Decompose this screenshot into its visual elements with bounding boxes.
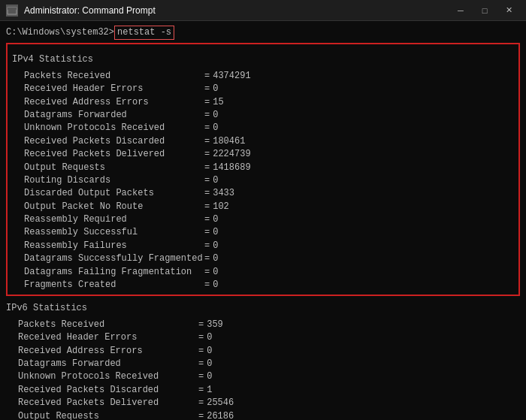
terminal-area[interactable]: C:\Windows\system32> netstat -s IPv4 Sta… — [0, 21, 526, 420]
ipv6-header: IPv6 Statistics — [6, 302, 520, 315]
table-row: Received Address Errors= 0 — [6, 345, 520, 358]
table-row: Received Address Errors= 15 — [12, 96, 514, 109]
table-row: Unknown Protocols Received= 0 — [12, 122, 514, 134]
stat-label: Routing Discards — [24, 174, 204, 187]
stat-label: Received Packets Delivered — [18, 397, 198, 409]
ipv4-section: IPv4 Statistics Packets Received= 437429… — [6, 43, 520, 296]
stat-label: Output Packet No Route — [24, 201, 204, 213]
table-row: Received Header Errors= 0 — [12, 83, 514, 95]
table-row: Reassembly Failures= 0 — [12, 240, 514, 252]
stat-label: Datagrams Failing Fragmentation — [24, 266, 204, 279]
stat-label: Received Address Errors — [24, 96, 204, 109]
stat-label: Discarded Output Packets — [24, 187, 204, 200]
command-input: netstat -s — [114, 26, 174, 40]
stat-label: Received Header Errors — [24, 83, 204, 95]
ipv6-section: IPv6 Statistics Packets Received= 359Rec… — [6, 302, 520, 420]
stat-label: Received Packets Discarded — [18, 384, 198, 397]
stat-label: Datagrams Forwarded — [24, 109, 204, 122]
window-controls: ─ □ ✕ — [449, 3, 520, 18]
table-row: Output Packet No Route= 102 — [12, 201, 514, 213]
stat-label: Output Requests — [24, 162, 204, 174]
table-row: Received Packets Delivered= 2224739 — [12, 148, 514, 161]
stat-label: Received Packets Discarded — [24, 135, 204, 148]
table-row: Received Packets Delivered= 25546 — [6, 397, 520, 409]
ipv4-header: IPv4 Statistics — [12, 53, 514, 66]
table-row: Output Requests= 26186 — [6, 410, 520, 420]
table-row: Reassembly Successful= 0 — [12, 226, 514, 239]
table-row: Received Packets Discarded= 1 — [6, 384, 520, 397]
table-row: Datagrams Forwarded= 0 — [6, 358, 520, 370]
table-row: Datagrams Forwarded= 0 — [12, 109, 514, 122]
window-title: Administrator: Command Prompt — [24, 5, 156, 16]
stat-label: Output Requests — [18, 410, 198, 420]
stat-label: Packets Received — [24, 70, 204, 83]
stat-label: Reassembly Required — [24, 213, 204, 226]
maximize-button[interactable]: □ — [473, 3, 496, 18]
table-row: Reassembly Required= 0 — [12, 213, 514, 226]
stat-label: Packets Received — [18, 319, 198, 331]
stat-label: Datagrams Forwarded — [18, 358, 198, 370]
table-row: Received Header Errors= 0 — [6, 331, 520, 344]
stat-label: Received Address Errors — [18, 345, 198, 358]
title-bar: Administrator: Command Prompt ─ □ ✕ — [0, 0, 526, 21]
stat-label: Reassembly Failures — [24, 240, 204, 252]
minimize-button[interactable]: ─ — [449, 3, 472, 18]
ipv4-stats-list: Packets Received= 4374291Received Header… — [12, 70, 514, 292]
stat-label: Datagrams Successfully Fragmented — [24, 252, 204, 265]
table-row: Datagrams Failing Fragmentation= 0 — [12, 266, 514, 279]
prompt-line: C:\Windows\system32> netstat -s — [6, 26, 520, 40]
stat-label: Unknown Protocols Received — [18, 370, 198, 383]
stat-label: Fragments Created — [24, 279, 204, 292]
table-row: Packets Received= 359 — [6, 319, 520, 331]
table-row: Output Requests= 1418689 — [12, 162, 514, 174]
table-row: Packets Received= 4374291 — [12, 70, 514, 83]
stat-label: Reassembly Successful — [24, 226, 204, 239]
table-row: Routing Discards= 0 — [12, 174, 514, 187]
window-icon — [6, 5, 18, 17]
svg-rect-1 — [8, 8, 17, 10]
table-row: Datagrams Successfully Fragmented= 0 — [12, 252, 514, 265]
stat-label: Received Packets Delivered — [24, 148, 204, 161]
ipv6-stats-list: Packets Received= 359Received Header Err… — [6, 319, 520, 420]
table-row: Fragments Created= 0 — [12, 279, 514, 292]
title-bar-left: Administrator: Command Prompt — [6, 5, 156, 17]
close-button[interactable]: ✕ — [497, 3, 520, 18]
stat-label: Unknown Protocols Received — [24, 122, 204, 134]
stat-label: Received Header Errors — [18, 331, 198, 344]
table-row: Received Packets Discarded= 180461 — [12, 135, 514, 148]
table-row: Discarded Output Packets= 3433 — [12, 187, 514, 200]
prompt-path: C:\Windows\system32> — [6, 26, 114, 39]
table-row: Unknown Protocols Received= 0 — [6, 370, 520, 383]
